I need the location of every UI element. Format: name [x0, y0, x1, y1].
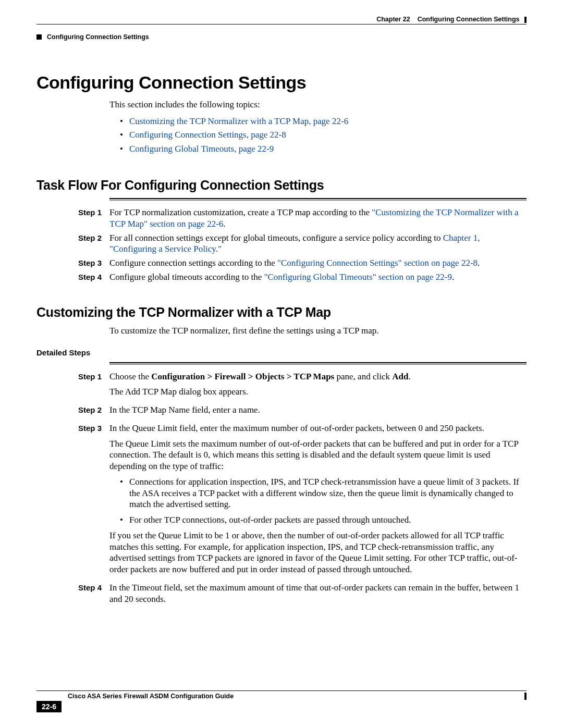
page-footer: Cisco ASA Series Firewall ASDM Configura… [36, 690, 527, 712]
step-text: For TCP normalization customization, cre… [109, 207, 372, 217]
page-title: Configuring Connection Settings [36, 72, 527, 93]
customizing-intro: To customize the TCP normalizer, first d… [109, 325, 527, 337]
step-text: For all connection settings except for g… [109, 233, 443, 243]
add-label: Add [392, 372, 408, 381]
step-text: The Add TCP Map dialog box appears. [109, 386, 527, 398]
step-label: Step 1 [78, 371, 109, 402]
step-label: Step 4 [78, 272, 109, 283]
header-bar-icon [524, 17, 527, 23]
header-separator [36, 24, 527, 24]
page-header: Chapter 22 Configuring Connection Settin… [36, 16, 527, 23]
task-step-4: Step 4 Configure global timeouts accordi… [78, 272, 527, 283]
step-text: Configure global timeouts according to t… [109, 272, 264, 282]
list-item: Connections for application inspection, … [120, 476, 527, 510]
queue-limit-bullets: Connections for application inspection, … [109, 476, 527, 526]
section-breadcrumb: Configuring Connection Settings [36, 32, 527, 41]
section-title: Configuring Connection Settings [47, 33, 149, 41]
step-text: In the TCP Map Name field, enter a name. [109, 404, 527, 416]
task-flow-heading: Task Flow For Configuring Connection Set… [36, 178, 527, 193]
task-step-1: Step 1 For TCP normalization customizati… [78, 207, 527, 230]
detailed-step-1: Step 1 Choose the Configuration > Firewa… [78, 371, 527, 402]
step-label: Step 2 [78, 404, 109, 420]
divider [109, 198, 527, 201]
chapter-title: Configuring Connection Settings [418, 16, 520, 23]
step-text: In the Queue Limit field, enter the maxi… [109, 423, 527, 434]
page-number: 22-6 [36, 701, 62, 712]
step-text: In the Timeout field, set the maximum am… [109, 582, 527, 605]
divider [109, 362, 527, 365]
step-label: Step 2 [78, 232, 109, 255]
task-step-3: Step 3 Configure connection settings acc… [78, 257, 527, 269]
task-step-2: Step 2 For all connection settings excep… [78, 232, 527, 255]
step-label: Step 3 [78, 257, 109, 269]
customizing-heading: Customizing the TCP Normalizer with a TC… [36, 305, 527, 320]
intro-text: This section includes the following topi… [109, 99, 527, 110]
footer-bar-icon [524, 693, 527, 700]
detailed-step-4: Step 4 In the Timeout field, set the max… [78, 582, 527, 609]
detailed-steps-heading: Detailed Steps [36, 348, 527, 357]
list-item: For other TCP connections, out-of-order … [120, 514, 527, 526]
intro-link-list: Customizing the TCP Normalizer with a TC… [120, 115, 527, 156]
detailed-step-2: Step 2 In the TCP Map Name field, enter … [78, 404, 527, 420]
footer-guide-title: Cisco ASA Series Firewall ASDM Configura… [68, 693, 234, 700]
step-text: The Queue Limit sets the maximum number … [109, 438, 527, 472]
step-label: Step 3 [78, 423, 109, 579]
link-global-timeouts[interactable]: Configuring Global Timeouts, page 22-9 [129, 144, 274, 154]
detailed-step-3: Step 3 In the Queue Limit field, enter t… [78, 423, 527, 579]
square-icon [36, 34, 42, 40]
step-label: Step 1 [78, 207, 109, 230]
link-conn-settings[interactable]: Configuring Connection Settings, page 22… [129, 130, 286, 140]
step-link[interactable]: "Configuring Connection Settings" sectio… [277, 258, 478, 268]
step-label: Step 4 [78, 582, 109, 609]
step-text: Configure connection settings according … [109, 258, 277, 268]
step-link[interactable]: "Configuring Global Timeouts" section on… [264, 272, 452, 282]
link-tcp-map[interactable]: Customizing the TCP Normalizer with a TC… [129, 116, 348, 126]
menu-path: Configuration > Firewall > Objects > TCP… [151, 372, 334, 381]
step-text: If you set the Queue Limit to be 1 or ab… [109, 530, 527, 575]
chapter-label: Chapter 22 [376, 16, 410, 23]
